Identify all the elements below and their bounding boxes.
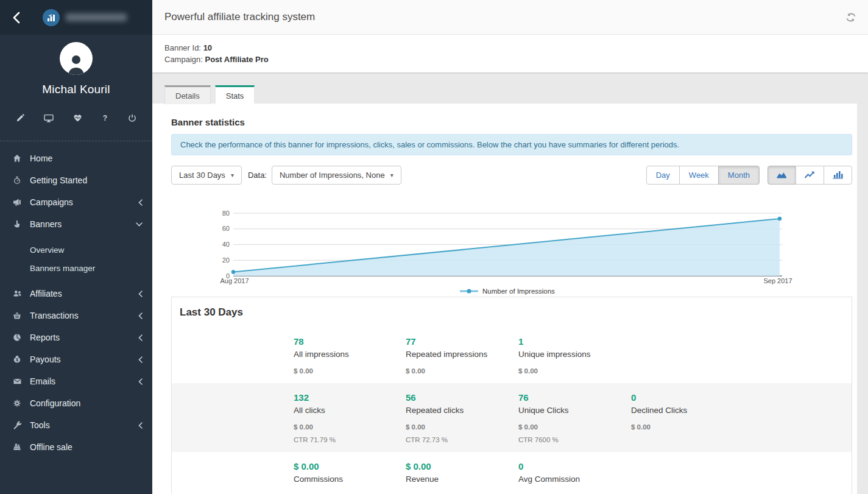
sidebar-item-label: Offline sale bbox=[30, 442, 72, 452]
back-icon[interactable] bbox=[10, 10, 24, 25]
bar-chart-icon bbox=[832, 170, 844, 181]
area-chart-icon bbox=[776, 170, 788, 181]
svg-text:80: 80 bbox=[222, 210, 230, 217]
page-title: Powerful affiliate tracking system bbox=[164, 11, 315, 23]
svg-text:20: 20 bbox=[222, 256, 230, 264]
stat-cell: 0Avg Commission bbox=[518, 460, 631, 486]
stat-label: Avg Commission bbox=[518, 473, 631, 486]
chevron-left-icon bbox=[138, 312, 143, 319]
svg-text:Number of Impressions: Number of Impressions bbox=[482, 288, 555, 295]
sidebar-subitem-overview[interactable]: Overview bbox=[0, 241, 152, 259]
stat-label: All clicks bbox=[294, 404, 406, 417]
main-area: Powerful affiliate tracking system Banne… bbox=[152, 0, 868, 494]
sidebar-item-label: Payouts bbox=[30, 355, 61, 364]
users-icon bbox=[11, 289, 23, 298]
stat-label: Commissions bbox=[294, 473, 406, 486]
sidebar-item-campaigns[interactable]: Campaigns bbox=[0, 191, 152, 213]
summary-rows: 78All impressions$ 0.0077Repeated impres… bbox=[172, 327, 852, 493]
home-icon bbox=[11, 154, 23, 163]
stat-ctr: CTR 71.79 % bbox=[294, 435, 406, 445]
refresh-icon[interactable] bbox=[846, 13, 856, 22]
sidebar-item-tools[interactable]: Tools bbox=[0, 414, 152, 436]
cash-register-icon bbox=[11, 443, 23, 451]
period-dropdown[interactable]: Last 30 Days ▾ bbox=[171, 166, 242, 185]
stat-label: Unique Clicks bbox=[518, 404, 631, 417]
top-header: Powerful affiliate tracking system bbox=[152, 0, 868, 35]
svg-text:?: ? bbox=[103, 114, 107, 122]
granularity-button-day[interactable]: Day bbox=[646, 166, 680, 185]
campaign-value: Post Affiliate Pro bbox=[205, 55, 269, 64]
sidebar-item-transactions[interactable]: Transactions bbox=[0, 305, 152, 326]
chevron-left-icon bbox=[138, 356, 143, 363]
banner-id-line: Banner Id: 10 bbox=[164, 42, 868, 54]
sidebar-item-affiliates[interactable]: Affiliates bbox=[0, 283, 152, 305]
stat-label: Declined Clicks bbox=[631, 404, 852, 417]
sidebar-item-offline-sale[interactable]: Offline sale bbox=[0, 436, 152, 458]
sidebar-item-payouts[interactable]: $Payouts bbox=[0, 348, 152, 370]
stat-label: Repeated clicks bbox=[406, 404, 518, 417]
stats-panel: Banner statistics Check the performance … bbox=[152, 104, 857, 494]
sidebar-item-reports[interactable]: Reports bbox=[0, 326, 152, 348]
banner-id-label: Banner Id: bbox=[164, 43, 201, 52]
stat-value: 0 bbox=[518, 460, 631, 473]
sidebar-subitem-banners-manager[interactable]: Banners manager bbox=[0, 259, 152, 277]
summary-row: 78All impressions$ 0.0077Repeated impres… bbox=[172, 327, 852, 383]
stat-ctr: CTR 7600 % bbox=[518, 435, 631, 445]
caret-down-icon: ▾ bbox=[390, 172, 393, 178]
sidebar-item-emails[interactable]: Emails bbox=[0, 370, 152, 392]
stat-cell: 76Unique Clicks$ 0.00CTR 7600 % bbox=[518, 392, 631, 445]
sidebar-menu: HomeGetting StartedCampaignsBannersOverv… bbox=[0, 141, 152, 458]
data-dropdown[interactable]: Number of Impressions, None ▾ bbox=[272, 166, 401, 185]
stat-cell: 56Repeated clicks$ 0.00CTR 72.73 % bbox=[406, 392, 518, 445]
stat-cell: 0Declined Clicks$ 0.00 bbox=[631, 392, 852, 445]
data-label: Data: bbox=[248, 171, 267, 180]
heartbeat-icon[interactable] bbox=[73, 114, 82, 122]
chevron-left-icon bbox=[138, 199, 143, 206]
row-spacer bbox=[172, 336, 294, 376]
sidebar-item-getting-started[interactable]: Getting Started bbox=[0, 169, 152, 191]
svg-text:40: 40 bbox=[222, 241, 230, 248]
megaphone-icon bbox=[11, 198, 23, 206]
sidebar-item-label: Configuration bbox=[30, 398, 80, 408]
stat-cell: $ 0.00Revenue bbox=[406, 460, 518, 486]
chevron-down-icon bbox=[136, 222, 143, 227]
impressions-area-chart: 806040200Aug 2017Sep 2017Number of Impre… bbox=[152, 208, 857, 296]
sidebar-item-home[interactable]: Home bbox=[0, 147, 152, 169]
sidebar-item-label: Banners bbox=[30, 219, 62, 229]
tab-details[interactable]: Details bbox=[164, 85, 211, 104]
sidebar-item-banners[interactable]: Banners bbox=[0, 213, 152, 235]
right-button-groups: DayWeekMonth bbox=[646, 166, 852, 185]
granularity-button-month[interactable]: Month bbox=[718, 166, 760, 185]
granularity-button-group: DayWeekMonth bbox=[646, 166, 760, 185]
bar-chart-button[interactable] bbox=[824, 166, 852, 185]
question-icon[interactable]: ? bbox=[102, 114, 108, 122]
sidebar-item-configuration[interactable]: Configuration bbox=[0, 392, 152, 414]
avatar[interactable] bbox=[60, 42, 93, 75]
tab-stats[interactable]: Stats bbox=[215, 85, 255, 104]
row-spacer bbox=[172, 392, 294, 445]
app-logo-text-blurred bbox=[66, 13, 127, 21]
chevron-left-icon bbox=[138, 378, 143, 385]
stat-label: Unique impressions bbox=[518, 348, 631, 361]
period-dropdown-value: Last 30 Days bbox=[179, 171, 225, 180]
chevron-left-icon bbox=[138, 291, 143, 297]
sidebar: Michal Kouril ? HomeGetting StartedCampa… bbox=[0, 0, 152, 494]
money-bag-icon: $ bbox=[11, 355, 23, 364]
stat-cell: 132All clicks$ 0.00CTR 71.79 % bbox=[294, 392, 406, 445]
svg-text:60: 60 bbox=[222, 225, 230, 232]
area-chart-button[interactable] bbox=[767, 166, 796, 185]
sidebar-item-label: Emails bbox=[30, 376, 55, 386]
line-chart-button[interactable] bbox=[796, 166, 824, 185]
stat-cell: 77Repeated impressions$ 0.00 bbox=[406, 336, 518, 376]
summary-title: Last 30 Days bbox=[172, 297, 852, 327]
power-icon[interactable] bbox=[128, 114, 136, 122]
app-logo-icon bbox=[43, 9, 60, 26]
stat-money: $ 0.00 bbox=[518, 422, 631, 432]
chart-controls: Last 30 Days ▾ Data: Number of Impressio… bbox=[171, 166, 852, 185]
pencil-icon[interactable] bbox=[16, 114, 24, 122]
utility-icon-row: ? bbox=[0, 114, 152, 122]
svg-text:Sep 2017: Sep 2017 bbox=[763, 277, 792, 284]
sidebar-item-label: Transactions bbox=[30, 311, 79, 320]
granularity-button-week[interactable]: Week bbox=[679, 166, 719, 185]
monitor-icon[interactable] bbox=[44, 114, 54, 122]
